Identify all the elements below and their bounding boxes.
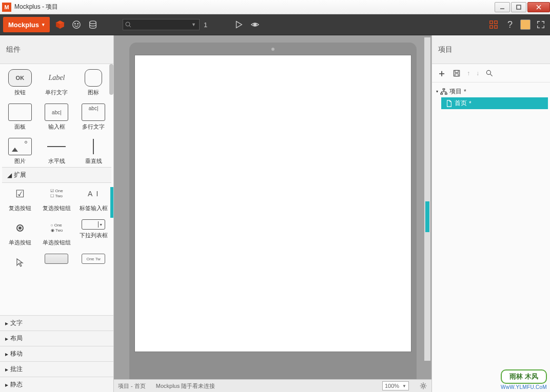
- collapsed-sections: ▸文字 ▸布局 ▸移动 ▸批注 ▸静态: [0, 315, 113, 392]
- grid-icon[interactable]: [487, 18, 500, 31]
- tree-page-home[interactable]: 首页*: [441, 97, 548, 109]
- peek-icon: [45, 254, 68, 264]
- caret-right-icon: ▸: [5, 320, 8, 327]
- component-radio-group[interactable]: ○ One◉ Two 单选按钮组: [39, 217, 75, 249]
- save-icon[interactable]: [453, 69, 461, 77]
- radio-group-icon: ○ One◉ Two: [45, 219, 68, 237]
- watermark-text: 雨林 木风: [501, 369, 547, 384]
- component-vline[interactable]: 垂直线: [75, 136, 111, 167]
- component-dropdown[interactable]: ▼ 下拉列表框: [75, 217, 111, 249]
- brand-menu-button[interactable]: Mockplus ▾: [3, 17, 50, 32]
- components-panel-title: 组件: [0, 35, 113, 64]
- section-text[interactable]: ▸文字: [0, 315, 113, 331]
- svg-point-10: [90, 21, 96, 24]
- section-extend[interactable]: ◢扩展: [2, 167, 111, 183]
- minimize-button[interactable]: [495, 2, 510, 12]
- maximize-button[interactable]: [511, 2, 526, 12]
- section-static[interactable]: ▸静态: [0, 377, 113, 392]
- help-icon[interactable]: ?: [504, 18, 516, 31]
- page-number[interactable]: 1: [204, 21, 214, 29]
- search-icon[interactable]: [485, 69, 494, 77]
- cube-icon[interactable]: [54, 18, 66, 31]
- component-textarea[interactable]: abc| 多行文字: [75, 101, 111, 133]
- svg-point-14: [253, 23, 256, 26]
- device-camera-dot: [271, 48, 274, 51]
- panel-icon: [8, 104, 32, 121]
- database-icon[interactable]: [87, 18, 99, 31]
- component-hline[interactable]: 水平线: [39, 136, 75, 167]
- image-icon: [8, 138, 32, 155]
- component-radio[interactable]: 单选按钮: [2, 217, 38, 249]
- svg-rect-26: [441, 93, 443, 94]
- radio-icon: [8, 219, 32, 237]
- svg-point-19: [422, 385, 425, 387]
- modified-mark: *: [469, 100, 472, 107]
- component-checkbox[interactable]: ☑ 复选按钮: [2, 183, 38, 214]
- checkbox-group-icon: ☑ One☐ Two: [45, 185, 68, 202]
- smiley-icon[interactable]: [70, 18, 83, 31]
- canvas-screen[interactable]: [134, 55, 411, 352]
- canvas-scrollbar[interactable]: [424, 37, 430, 361]
- svg-rect-20: [454, 70, 459, 76]
- app-icon: M: [2, 3, 11, 12]
- checkbox-icon: ☑: [8, 185, 32, 202]
- caret-right-icon: ▸: [5, 350, 8, 358]
- component-input[interactable]: abc| 输入框: [39, 101, 75, 133]
- component-peek2[interactable]: [39, 252, 75, 273]
- project-tree: ▾ 项目* 首页*: [432, 82, 550, 112]
- play-icon[interactable]: [232, 18, 245, 31]
- caret-right-icon: ▸: [5, 381, 8, 388]
- input-icon: abc|: [45, 104, 68, 121]
- arrow-up-icon[interactable]: ↑: [467, 70, 470, 77]
- component-label[interactable]: Label 单行文字: [39, 67, 75, 98]
- component-button[interactable]: OK 按钮: [2, 67, 38, 98]
- status-bar: 项目 - 首页 Mockplus 随手看未连接 100% ▼: [114, 379, 431, 392]
- component-peek3[interactable]: One Tw: [75, 252, 111, 273]
- brand-label: Mockplus: [8, 21, 39, 29]
- main-area: 组件 OK 按钮 Label 单行文字 图标: [0, 35, 550, 392]
- scrollbar-thumb[interactable]: [109, 64, 113, 95]
- project-panel-title: 项目: [432, 35, 550, 64]
- svg-rect-21: [455, 70, 458, 72]
- avatar-icon[interactable]: [520, 19, 531, 30]
- eye-icon[interactable]: [249, 18, 261, 31]
- search-icon: [125, 22, 131, 28]
- main-toolbar: Mockplus ▾ ▼ 1 ?: [0, 14, 550, 35]
- section-mobile[interactable]: ▸移动: [0, 346, 113, 361]
- arrow-down-icon[interactable]: ↓: [476, 70, 479, 77]
- label-input-icon: A I: [82, 185, 105, 202]
- add-icon[interactable]: ＋: [437, 67, 446, 79]
- svg-point-11: [126, 22, 130, 26]
- component-cursor[interactable]: [2, 252, 38, 273]
- component-checkbox-group[interactable]: ☑ One☐ Two 复选按钮组: [39, 183, 75, 214]
- tree-root[interactable]: ▾ 项目*: [434, 86, 548, 97]
- svg-rect-15: [490, 21, 493, 24]
- component-label-input[interactable]: A I 标签输入框: [75, 183, 111, 214]
- svg-rect-16: [495, 21, 497, 24]
- component-icon[interactable]: 图标: [75, 67, 111, 98]
- fullscreen-icon[interactable]: [535, 18, 547, 31]
- peek-icon: One Tw: [82, 254, 105, 264]
- vline-icon: [82, 138, 105, 155]
- svg-rect-17: [490, 26, 493, 28]
- svg-rect-25: [443, 88, 445, 90]
- component-image[interactable]: 图片: [2, 136, 38, 167]
- chevron-down-icon: ▼: [191, 22, 197, 27]
- toolbar-search[interactable]: ▼: [123, 19, 200, 30]
- window-titlebar: M Mockplus - 项目: [0, 0, 550, 14]
- label-icon: Label: [45, 69, 68, 87]
- zoom-select[interactable]: 100% ▼: [382, 381, 409, 390]
- gear-icon[interactable]: [419, 382, 427, 390]
- section-layout[interactable]: ▸布局: [0, 331, 113, 346]
- scrollbar-accent[interactable]: [110, 187, 113, 218]
- scrollbar-thumb[interactable]: [425, 201, 429, 232]
- svg-rect-18: [495, 26, 497, 28]
- project-toolbar: ＋ ↑ ↓: [432, 64, 550, 82]
- close-button[interactable]: [527, 2, 550, 12]
- svg-point-9: [77, 23, 78, 24]
- caret-down-icon: ◢: [7, 172, 12, 179]
- svg-rect-1: [517, 5, 521, 9]
- sitemap-icon: [440, 88, 447, 95]
- component-panel[interactable]: 面板: [2, 101, 38, 133]
- section-annotation[interactable]: ▸批注: [0, 361, 113, 377]
